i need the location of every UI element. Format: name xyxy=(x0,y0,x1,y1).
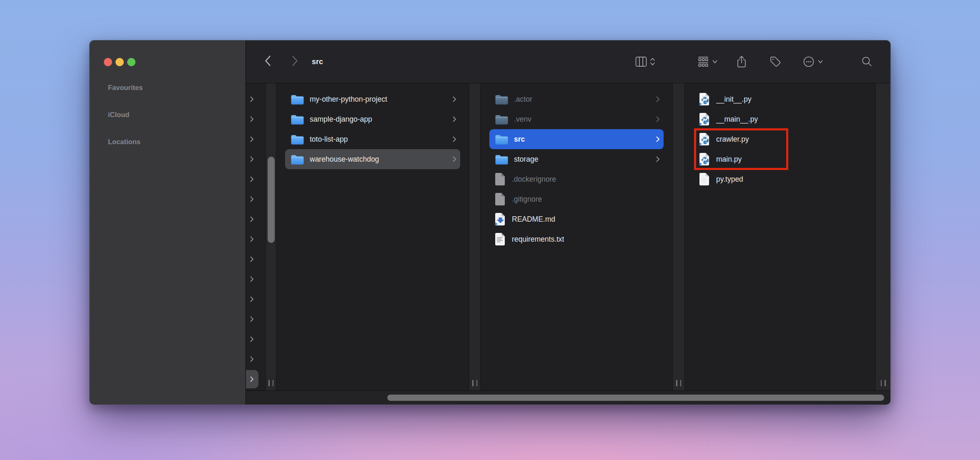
minimize-button[interactable] xyxy=(115,58,124,66)
forward-button[interactable] xyxy=(291,54,298,69)
traffic-lights xyxy=(104,58,135,66)
folder-icon xyxy=(291,94,304,105)
file-label: storage xyxy=(514,155,538,164)
group-icon xyxy=(697,56,709,68)
parent-item-chevron[interactable] xyxy=(246,269,266,289)
text-file-icon xyxy=(495,232,506,246)
column-resize-gutter xyxy=(875,83,890,390)
python-file-icon xyxy=(699,92,710,106)
file-row-toto-list-app[interactable]: toto-list-app xyxy=(285,129,460,149)
parent-item-chevron[interactable] xyxy=(246,249,266,269)
chevron-right-icon xyxy=(250,336,254,342)
parent-item-chevron[interactable] xyxy=(246,189,266,209)
parent-item-chevron[interactable] xyxy=(246,209,266,229)
bottom-bar xyxy=(246,390,890,405)
desktop-background: Favourites iCloud Locations src xyxy=(0,0,980,460)
file-label: toto-list-app xyxy=(310,135,348,144)
file-row-__init__.py[interactable]: __init__.py xyxy=(694,89,867,109)
chevron-right-icon xyxy=(250,256,254,262)
chevron-right-icon xyxy=(656,156,660,162)
folder-icon xyxy=(495,154,508,165)
file-row-__main__.py[interactable]: __main__.py xyxy=(694,109,867,129)
share-button[interactable] xyxy=(736,55,747,68)
chevron-right-icon xyxy=(250,156,254,162)
more-actions-button[interactable] xyxy=(802,55,823,68)
file-row-.actor[interactable]: .actor xyxy=(489,89,664,109)
sidebar-titlebar[interactable] xyxy=(90,40,246,83)
parent-item-chevron[interactable] xyxy=(246,370,258,388)
horizontal-scrollbar[interactable] xyxy=(387,395,884,401)
file-label: warehouse-watchdog xyxy=(310,155,379,164)
view-mode-button[interactable] xyxy=(635,56,655,67)
parent-item-chevron[interactable] xyxy=(246,289,266,309)
chevron-right-icon xyxy=(250,296,254,302)
sidebar-section-icloud: iCloud xyxy=(108,110,246,119)
ellipsis-circle-icon xyxy=(802,55,815,68)
close-button[interactable] xyxy=(104,58,112,66)
file-row-crawler.py[interactable]: crawler.py xyxy=(694,129,867,149)
file-row-src[interactable]: src xyxy=(489,129,664,149)
chevron-right-icon xyxy=(453,116,456,122)
search-button[interactable] xyxy=(861,56,873,68)
chevron-right-icon xyxy=(250,276,254,282)
zoom-button[interactable] xyxy=(127,58,135,66)
chevron-right-icon xyxy=(250,316,254,322)
file-label: __init__.py xyxy=(716,95,752,104)
markdown-file-icon xyxy=(495,212,506,226)
chevron-right-icon xyxy=(250,376,254,382)
document-icon xyxy=(495,192,506,206)
file-label: sample-django-app xyxy=(310,115,372,124)
parent-item-chevron[interactable] xyxy=(246,229,266,249)
file-row-warehouse-watchdog[interactable]: warehouse-watchdog xyxy=(285,149,460,169)
file-row-my-other-python-project[interactable]: my-other-python-project xyxy=(285,89,460,109)
column-resize-gutter xyxy=(469,83,481,390)
column-resize-gutter xyxy=(672,83,685,390)
column-resize-handle[interactable] xyxy=(676,380,681,386)
chevron-right-icon xyxy=(250,196,254,202)
toolbar-actions xyxy=(635,55,873,68)
toolbar: src xyxy=(246,40,890,83)
file-row-py.typed[interactable]: py.typed xyxy=(694,169,867,189)
column-resize-handle[interactable] xyxy=(472,380,477,386)
file-row-README.md[interactable]: README.md xyxy=(489,209,664,229)
vertical-scrollbar[interactable] xyxy=(268,157,275,243)
file-row-.gitignore[interactable]: .gitignore xyxy=(489,189,664,209)
file-row-requirements.txt[interactable]: requirements.txt xyxy=(489,229,664,249)
finder-window: Favourites iCloud Locations src xyxy=(89,40,891,405)
sidebar-section-favourites: Favourites xyxy=(108,83,246,92)
back-button[interactable] xyxy=(264,54,271,69)
file-row-main.py[interactable]: main.py xyxy=(694,149,867,169)
chevron-right-icon xyxy=(250,176,254,182)
file-row-.venv[interactable]: .venv xyxy=(489,109,664,129)
column-src: __init__.py__main__.pycrawler.pymain.pyp… xyxy=(685,83,875,390)
parent-item-chevron[interactable] xyxy=(246,169,266,189)
chevron-right-icon xyxy=(656,116,660,122)
chevron-right-icon xyxy=(293,56,297,65)
file-label: .actor xyxy=(514,95,532,104)
sidebar-section-locations: Locations xyxy=(108,138,246,146)
parent-item-chevron[interactable] xyxy=(246,349,266,369)
file-label: __main__.py xyxy=(716,115,758,124)
chevron-right-icon xyxy=(250,216,254,222)
parent-item-chevron[interactable] xyxy=(246,329,266,349)
column-resize-handle[interactable] xyxy=(881,380,886,386)
parent-item-chevron[interactable] xyxy=(246,89,266,109)
tags-button[interactable] xyxy=(769,55,782,68)
parent-item-chevron[interactable] xyxy=(246,129,266,149)
navigation-controls xyxy=(264,54,298,69)
file-row-.dockerignore[interactable]: .dockerignore xyxy=(489,169,664,189)
file-row-sample-django-app[interactable]: sample-django-app xyxy=(285,109,460,129)
parent-item-chevron[interactable] xyxy=(246,309,266,329)
parent-item-chevron[interactable] xyxy=(246,149,266,169)
parent-column-strip xyxy=(246,83,266,390)
group-button[interactable] xyxy=(697,56,717,68)
python-file-icon xyxy=(699,132,710,146)
document-icon xyxy=(699,172,710,186)
parent-item-chevron[interactable] xyxy=(246,109,266,129)
column-resize-handle[interactable] xyxy=(268,380,273,386)
main-pane: src xyxy=(246,40,890,405)
python-file-icon xyxy=(699,152,710,166)
file-row-storage[interactable]: storage xyxy=(489,149,664,169)
document-icon xyxy=(495,172,506,186)
folder-icon xyxy=(291,154,304,165)
